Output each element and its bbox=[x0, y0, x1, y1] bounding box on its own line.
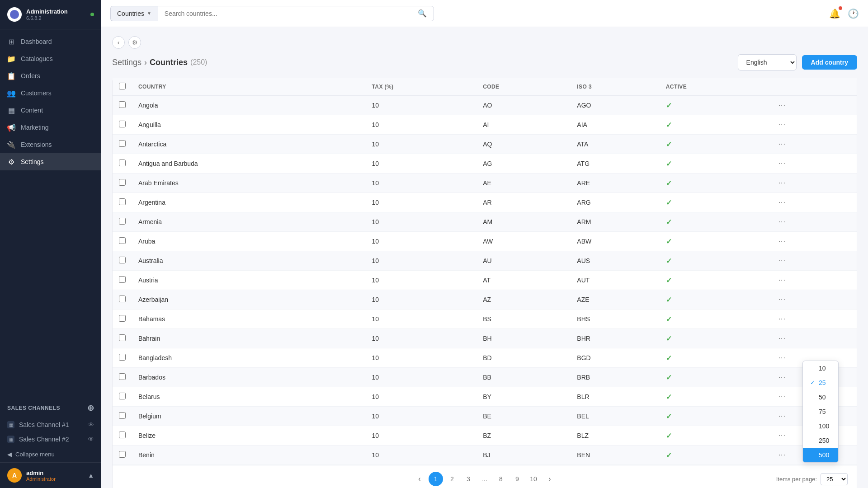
row-checkbox[interactable] bbox=[119, 296, 126, 302]
row-checkbox[interactable] bbox=[119, 198, 126, 205]
per-page-option-100[interactable]: ✓ 100 bbox=[803, 419, 838, 433]
page-button-10[interactable]: 10 bbox=[526, 472, 541, 486]
row-checkbox[interactable] bbox=[119, 218, 126, 225]
row-more-button[interactable]: ··· bbox=[775, 178, 789, 188]
row-more-button[interactable]: ··· bbox=[775, 450, 789, 460]
row-more-button[interactable]: ··· bbox=[775, 372, 789, 382]
sidebar-item-settings[interactable]: ⚙ Settings bbox=[0, 153, 101, 170]
channel-visibility-icon[interactable]: 👁 bbox=[88, 421, 94, 428]
active-checkmark: ✓ bbox=[666, 102, 672, 109]
row-more-button[interactable]: ··· bbox=[775, 100, 789, 110]
sidebar: Administration 6.6.8.2 ⊞ Dashboard📁 Cata… bbox=[0, 0, 101, 488]
row-checkbox[interactable] bbox=[119, 451, 126, 458]
row-checkbox[interactable] bbox=[119, 432, 126, 438]
row-checkbox[interactable] bbox=[119, 315, 126, 322]
sidebar-item-marketing[interactable]: 📢 Marketing bbox=[0, 119, 101, 136]
tax-rate: 10 bbox=[366, 329, 477, 348]
sidebar-item-dashboard[interactable]: ⊞ Dashboard bbox=[0, 33, 101, 50]
row-checkbox[interactable] bbox=[119, 121, 126, 127]
row-more-button[interactable]: ··· bbox=[775, 392, 789, 402]
per-page-option-50[interactable]: ✓ 50 bbox=[803, 390, 838, 404]
next-page-button[interactable]: › bbox=[542, 472, 557, 486]
page-content: ‹ ⚙ Settings › Countries (250) EnglishGe… bbox=[101, 27, 868, 488]
app-logo bbox=[7, 7, 22, 22]
row-more-button[interactable]: ··· bbox=[775, 411, 789, 421]
search-context-dropdown[interactable]: Countries ▼ bbox=[110, 6, 158, 21]
per-page-option-25[interactable]: ✓ 25 bbox=[803, 375, 838, 390]
add-country-button[interactable]: Add country bbox=[802, 55, 857, 70]
row-checkbox[interactable] bbox=[119, 160, 126, 166]
row-checkbox-cell bbox=[113, 290, 132, 310]
sidebar-item-extensions[interactable]: 🔌 Extensions bbox=[0, 136, 101, 153]
row-checkbox[interactable] bbox=[119, 354, 126, 361]
sidebar-item-label: Extensions bbox=[21, 141, 52, 148]
page-button-1[interactable]: 1 bbox=[429, 472, 443, 486]
per-page-option-75[interactable]: ✓ 75 bbox=[803, 404, 838, 419]
page-button-8[interactable]: 8 bbox=[494, 472, 508, 486]
page-button-3[interactable]: 3 bbox=[461, 472, 476, 486]
per-page-option-500[interactable]: ✓ 500 bbox=[803, 448, 838, 462]
page-button-2[interactable]: 2 bbox=[445, 472, 459, 486]
row-checkbox[interactable] bbox=[119, 179, 126, 186]
collapse-menu-button[interactable]: ◀ Collapse menu bbox=[0, 446, 101, 462]
row-more-button[interactable]: ··· bbox=[775, 159, 789, 169]
country-code: AE bbox=[476, 174, 571, 193]
row-actions-cell: ··· bbox=[769, 96, 857, 115]
row-more-button[interactable]: ··· bbox=[775, 120, 789, 130]
search-icon[interactable]: 🔍 bbox=[418, 9, 427, 18]
row-checkbox[interactable] bbox=[119, 373, 126, 380]
channel-visibility-icon[interactable]: 👁 bbox=[88, 436, 94, 443]
iso3-code: AUT bbox=[571, 271, 659, 290]
activity-icon[interactable]: 🕐 bbox=[848, 8, 859, 19]
add-sales-channel-icon[interactable]: ⊕ bbox=[87, 403, 94, 413]
sidebar-item-customers[interactable]: 👥 Customers bbox=[0, 84, 101, 102]
sidebar-item-catalogues[interactable]: 📁 Catalogues bbox=[0, 50, 101, 67]
sidebar-item-channel2[interactable]: ▦ Sales Channel #2 👁 bbox=[0, 432, 101, 446]
row-more-button[interactable]: ··· bbox=[775, 256, 789, 266]
row-more-button[interactable]: ··· bbox=[775, 295, 789, 305]
row-checkbox[interactable] bbox=[119, 140, 126, 147]
row-more-button[interactable]: ··· bbox=[775, 353, 789, 363]
per-page-select[interactable]: 10255075100250500 bbox=[821, 473, 848, 485]
row-checkbox[interactable] bbox=[119, 334, 126, 341]
iso3-code: ABW bbox=[571, 232, 659, 251]
table-row: Benin 10 BJ BEN ✓ ··· bbox=[113, 446, 857, 465]
collapse-icon: ◀ bbox=[7, 451, 12, 458]
sidebar-item-orders[interactable]: 📋 Orders bbox=[0, 67, 101, 84]
row-checkbox[interactable] bbox=[119, 276, 126, 283]
row-more-button[interactable]: ··· bbox=[775, 139, 789, 149]
country-name: Belize bbox=[132, 426, 366, 446]
page-button-9[interactable]: 9 bbox=[510, 472, 524, 486]
row-checkbox[interactable] bbox=[119, 237, 126, 244]
row-more-button[interactable]: ··· bbox=[775, 217, 789, 227]
settings-button[interactable]: ⚙ bbox=[128, 36, 141, 49]
notifications-icon[interactable]: 🔔 bbox=[829, 8, 840, 19]
per-page-option-250[interactable]: ✓ 250 bbox=[803, 433, 838, 448]
row-checkbox[interactable] bbox=[119, 101, 126, 108]
row-more-button[interactable]: ··· bbox=[775, 197, 789, 207]
user-menu-chevron[interactable]: ▲ bbox=[88, 472, 94, 479]
back-button[interactable]: ‹ bbox=[112, 36, 125, 49]
country-code: AO bbox=[476, 96, 571, 115]
row-checkbox[interactable] bbox=[119, 393, 126, 399]
pagination-buttons: ‹ 123...8910 › bbox=[412, 472, 557, 486]
select-all-checkbox[interactable] bbox=[119, 83, 126, 89]
search-input[interactable] bbox=[158, 6, 434, 21]
row-more-button[interactable]: ··· bbox=[775, 275, 789, 285]
row-more-button[interactable]: ··· bbox=[775, 333, 789, 343]
extensions-icon: 🔌 bbox=[7, 141, 15, 149]
row-checkbox[interactable] bbox=[119, 257, 126, 263]
sidebar-item-content[interactable]: ▦ Content bbox=[0, 102, 101, 119]
iso3-code: BHR bbox=[571, 329, 659, 348]
per-page-option-10[interactable]: ✓ 10 bbox=[803, 361, 838, 375]
row-more-button[interactable]: ··· bbox=[775, 314, 789, 324]
row-more-button[interactable]: ··· bbox=[775, 431, 789, 441]
row-checkbox-cell bbox=[113, 271, 132, 290]
prev-page-button[interactable]: ‹ bbox=[412, 472, 427, 486]
language-selector[interactable]: EnglishGermanFrenchSpanish bbox=[738, 54, 797, 70]
row-more-button[interactable]: ··· bbox=[775, 236, 789, 246]
country-count: (250) bbox=[190, 58, 207, 66]
active-checkmark: ✓ bbox=[666, 315, 672, 323]
sidebar-item-channel1[interactable]: ▦ Sales Channel #1 👁 bbox=[0, 418, 101, 432]
row-checkbox[interactable] bbox=[119, 412, 126, 419]
